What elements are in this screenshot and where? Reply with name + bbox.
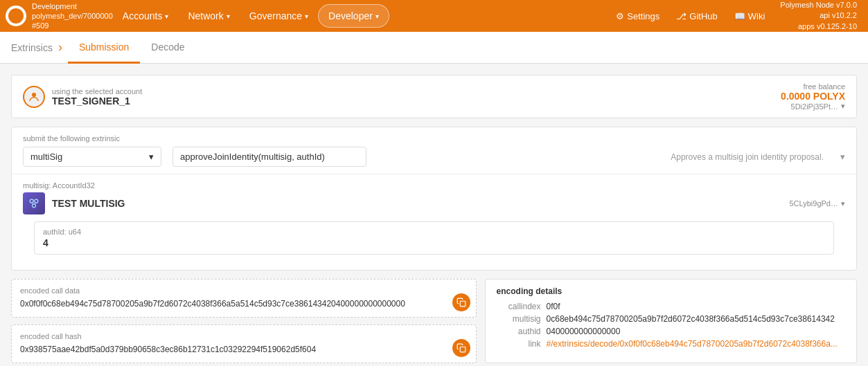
brand-block: #509 [32, 21, 113, 30]
svg-point-0 [32, 93, 36, 97]
svg-line-4 [32, 203, 34, 204]
governance-caret-icon: ▾ [305, 12, 308, 20]
brand-logo [6, 6, 26, 26]
copy-call-hash-button[interactable] [452, 339, 470, 357]
extrinsic-section: submit the following extrinsic multiSig … [11, 127, 857, 271]
tab-decode[interactable]: Decode [140, 32, 195, 64]
left-encoded: encoded call data 0x0f0f0c68eb494c75d787… [11, 279, 477, 363]
version-node: Polymesh Node v7.0.0 [780, 0, 857, 10]
module-selector[interactable]: multiSig ▾ [23, 147, 161, 167]
brand-info: Development polymesh_dev/7000000 #509 [32, 1, 113, 31]
multisig-name: TEST MULTISIG [52, 198, 125, 209]
extrinsic-header: submit the following extrinsic [12, 127, 856, 147]
github-label: GitHub [689, 11, 717, 21]
breadcrumb-arrow-icon: › [58, 40, 62, 55]
multisig-addr-caret-icon[interactable]: ▾ [841, 199, 845, 208]
multisig-address: 5CLybi9gPd… ▾ [789, 199, 845, 208]
nav-settings[interactable]: ⚙ Settings [609, 0, 666, 32]
nav-accounts-label: Accounts [123, 10, 163, 21]
enc-callindex-key: callindex [497, 302, 541, 311]
method-selector[interactable]: approveJoinIdentity(multisig, authId) [172, 147, 366, 167]
account-right: free balance 0.0000 POLYX 5Di2iPj35Pt… ▾ [781, 82, 845, 111]
account-row: using the selected account TEST_SIGNER_1… [11, 75, 857, 118]
developer-caret-icon: ▾ [375, 12, 379, 20]
wiki-label: Wiki [748, 11, 765, 21]
balance-currency: POLYX [813, 91, 845, 102]
accounts-caret-icon: ▾ [165, 12, 168, 20]
authid-wrapper: authId: u64 4 [12, 221, 856, 270]
authid-label: authId: u64 [43, 228, 825, 236]
free-balance-value: 0.0000 POLYX [781, 91, 845, 102]
breadcrumb-label: Extrinsics [11, 42, 53, 53]
encoded-call-data-value: 0x0f0f0c68eb494c75d78700205a9b7f2d6072c4… [20, 298, 468, 310]
nav-network-label: Network [188, 10, 223, 21]
brand-name: Development [32, 1, 113, 11]
nav-github[interactable]: ⎇ GitHub [669, 0, 724, 32]
brand-logo-inner [8, 8, 24, 24]
svg-point-2 [35, 199, 38, 203]
encoded-call-data-box: encoded call data 0x0f0f0c68eb494c75d787… [11, 279, 477, 318]
tab-submission-label: Submission [79, 42, 129, 53]
multisig-param-section: multisig: AccountId32 TEST MULTISIG [12, 174, 856, 221]
encoded-call-data-label: encoded call data [20, 286, 468, 295]
copy-icon [457, 298, 466, 307]
enc-link-value[interactable]: #/extrinsics/decode/0x0f0f0c68eb494c75d7… [547, 339, 838, 349]
svg-rect-6 [460, 301, 466, 306]
svg-rect-7 [460, 347, 466, 352]
desc-caret-icon: ▾ [840, 152, 845, 162]
encoding-details-title: encoding details [497, 286, 845, 296]
encoded-call-hash-value: 0x938575aae42bdf5a0d379bb90658c3ec86b127… [20, 343, 468, 356]
enc-multisig-key: multisig [497, 314, 541, 324]
account-name: TEST_SIGNER_1 [52, 95, 142, 107]
settings-label: Settings [627, 11, 659, 21]
free-balance-label: free balance [781, 82, 845, 91]
svg-point-1 [30, 199, 33, 203]
enc-callindex-row: callindex 0f0f [497, 302, 845, 311]
module-value: multiSig [30, 152, 62, 162]
nav-item-accounts[interactable]: Accounts ▾ [113, 0, 179, 32]
extrinsic-description: Approves a multisig join identity propos… [671, 152, 829, 162]
nav-right: ⚙ Settings ⎇ GitHub 📖 Wiki Polymesh Node… [609, 0, 862, 32]
authid-section: authId: u64 4 [34, 221, 834, 255]
breadcrumb: Extrinsics [11, 42, 58, 53]
account-left: using the selected account TEST_SIGNER_1 [23, 86, 142, 108]
authid-value: 4 [43, 237, 825, 248]
enc-authid-key: authid [497, 327, 541, 336]
version-apps: apps v0.125.2-10 [780, 21, 857, 32]
nav-wiki[interactable]: 📖 Wiki [727, 0, 772, 32]
github-icon: ⎇ [676, 11, 687, 21]
version-api: api v10.2.2 [780, 10, 857, 21]
version-info: Polymesh Node v7.0.0 api v10.2.2 apps v0… [774, 0, 862, 32]
address-value: 5Di2iPj35Pt… [791, 102, 838, 111]
multisig-icon [23, 192, 45, 214]
method-value: approveJoinIdentity(multisig, authId) [180, 152, 325, 162]
encoded-call-hash-label: encoded call hash [20, 332, 468, 340]
copy-call-data-button[interactable] [452, 293, 470, 311]
chevron-down-icon[interactable]: ▾ [841, 102, 845, 111]
nav-governance-label: Governance [249, 10, 302, 21]
account-info: using the selected account TEST_SIGNER_1 [52, 87, 142, 107]
nav-item-governance[interactable]: Governance ▾ [240, 0, 318, 32]
module-caret-icon: ▾ [149, 152, 154, 162]
extrinsic-selectors: multiSig ▾ approveJoinIdentity(multisig,… [12, 147, 856, 174]
tab-decode-label: Decode [151, 42, 184, 53]
bottom-panel: encoded call data 0x0f0f0c68eb494c75d787… [11, 279, 857, 363]
multisig-addr-value: 5CLybi9gPd… [789, 199, 838, 208]
subtabs: Extrinsics › Submission Decode [0, 32, 868, 64]
nav-item-network[interactable]: Network ▾ [178, 0, 239, 32]
enc-callindex-value: 0f0f [547, 302, 560, 311]
multisig-param-row: TEST MULTISIG 5CLybi9gPd… ▾ [23, 192, 845, 214]
user-icon [28, 91, 40, 103]
nav-item-developer[interactable]: Developer ▾ [318, 4, 389, 28]
network-caret-icon: ▾ [227, 12, 230, 20]
multisig-icon-val: TEST MULTISIG [23, 192, 125, 214]
enc-multisig-row: multisig 0c68eb494c75d78700205a9b7f2d607… [497, 314, 845, 324]
encoding-details: encoding details callindex 0f0f multisig… [485, 279, 857, 363]
tab-submission[interactable]: Submission [68, 32, 140, 64]
account-label: using the selected account [52, 87, 142, 95]
balance-amount: 0.0000 [781, 91, 811, 102]
main-content: using the selected account TEST_SIGNER_1… [0, 64, 868, 366]
enc-link-key: link [497, 339, 541, 349]
settings-icon: ⚙ [616, 11, 624, 21]
top-navigation: Development polymesh_dev/7000000 #509 Ac… [0, 0, 868, 32]
